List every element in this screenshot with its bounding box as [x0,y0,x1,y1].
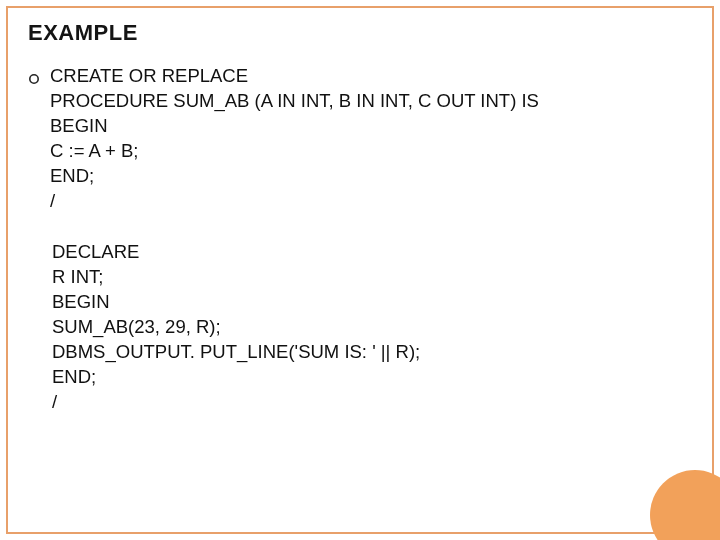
code-block-procedure: CREATE OR REPLACE PROCEDURE SUM_AB (A IN… [50,64,694,214]
slide-content: CREATE OR REPLACE PROCEDURE SUM_AB (A IN… [28,64,694,415]
bullet-item: CREATE OR REPLACE PROCEDURE SUM_AB (A IN… [28,64,694,214]
slide-title: EXAMPLE [28,20,694,46]
bullet-icon [28,71,40,89]
decorative-circle [650,470,720,540]
slide-frame: EXAMPLE CREATE OR REPLACE PROCEDURE SUM_… [6,6,714,534]
code-block-anonymous: DECLARE R INT; BEGIN SUM_AB(23, 29, R); … [52,240,694,415]
svg-point-0 [30,75,38,83]
